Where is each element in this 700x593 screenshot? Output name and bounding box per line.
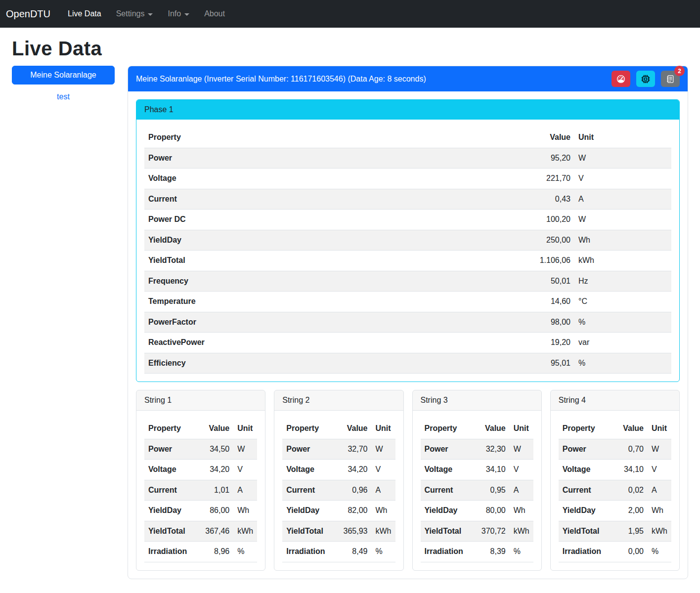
value-cell: 367,46 [191, 521, 233, 542]
unit-cell: W [233, 439, 257, 460]
unit-cell: °C [574, 292, 671, 312]
device-info-button[interactable] [636, 71, 655, 87]
nav-item-settings[interactable]: Settings [109, 5, 161, 22]
column-header: Value [467, 419, 510, 439]
value-cell: 2,00 [605, 501, 648, 521]
string-card-title: String 1 [136, 390, 265, 411]
property-cell: YieldTotal [144, 251, 530, 271]
nav-item-live-data[interactable]: Live Data [60, 5, 109, 22]
inverter-link-test[interactable]: test [12, 92, 115, 101]
value-cell: 34,20 [329, 460, 371, 480]
panel-action-buttons: 2 [612, 71, 680, 87]
unit-cell: % [574, 312, 671, 333]
property-cell: Power [282, 439, 329, 460]
table-row: Current1,01A [144, 480, 257, 501]
table-row: YieldTotal370,72kWh [421, 521, 533, 542]
limit-settings-button[interactable] [612, 71, 630, 87]
value-cell: 34,50 [191, 439, 233, 460]
column-header: Property [282, 419, 329, 439]
unit-cell: % [648, 542, 671, 562]
caret-down-icon [184, 13, 189, 16]
column-header: Unit [574, 127, 671, 148]
strings-row: String 1 PropertyValueUnit Power34,50WVo… [136, 390, 680, 571]
table-header-row: PropertyValueUnit [144, 127, 671, 148]
nav-item-about[interactable]: About [197, 5, 232, 22]
unit-cell: V [648, 460, 671, 480]
value-cell: 50,01 [530, 271, 574, 292]
unit-cell: var [574, 333, 671, 353]
value-cell: 80,00 [467, 501, 510, 521]
property-cell: Temperature [144, 292, 530, 312]
unit-cell: V [372, 460, 395, 480]
string-table-2: PropertyValueUnit Power32,70WVoltage34,2… [282, 419, 395, 562]
event-count-badge: 2 [674, 66, 685, 76]
string-card-1: String 1 PropertyValueUnit Power34,50WVo… [136, 390, 265, 571]
property-cell: Irradiation [282, 542, 329, 562]
unit-cell: V [233, 460, 257, 480]
table-row: Power32,30W [421, 439, 533, 460]
brand-logo[interactable]: OpenDTU [6, 6, 50, 22]
inverter-panel: Meine Solaranlage (Inverter Serial Numbe… [128, 66, 688, 579]
inverter-panel-title: Meine Solaranlage (Inverter Serial Numbe… [136, 75, 426, 84]
table-row: PowerFactor98,00% [144, 312, 671, 333]
value-cell: 370,72 [467, 521, 510, 542]
string-card-title: String 3 [413, 390, 541, 411]
unit-cell: W [510, 439, 533, 460]
property-cell: Irradiation [559, 542, 605, 562]
table-row: YieldDay2,00Wh [559, 501, 671, 521]
property-cell: Efficiency [144, 353, 530, 374]
property-cell: Current [282, 480, 329, 501]
table-row: Irradiation8,96% [144, 542, 257, 562]
nav-item-info-label: Info [168, 9, 181, 18]
table-row: YieldDay82,00Wh [282, 501, 395, 521]
unit-cell: A [574, 189, 671, 210]
unit-cell: % [510, 542, 533, 562]
unit-cell: kWh [510, 521, 533, 542]
unit-cell: Wh [372, 501, 395, 521]
column-header: Value [191, 419, 233, 439]
table-row: Current0,43A [144, 189, 671, 210]
unit-cell: Wh [233, 501, 257, 521]
column-header: Property [559, 419, 605, 439]
column-header: Unit [233, 419, 257, 439]
value-cell: 32,70 [329, 439, 371, 460]
cpu-icon [641, 75, 650, 84]
property-cell: Irradiation [421, 542, 467, 562]
property-cell: Voltage [559, 460, 605, 480]
column-header: Unit [510, 419, 533, 439]
table-row: Voltage34,20V [282, 460, 395, 480]
speedometer-icon [616, 75, 625, 84]
table-header-row: PropertyValueUnit [282, 419, 395, 439]
property-cell: Power [144, 439, 191, 460]
property-cell: YieldDay [421, 501, 467, 521]
navbar: OpenDTU Live Data Settings Info About [0, 0, 700, 28]
property-cell: Current [421, 480, 467, 501]
value-cell: 0,43 [530, 189, 574, 210]
inverter-sidebar: Meine Solaranlage test [12, 66, 115, 101]
unit-cell: W [574, 148, 671, 169]
unit-cell: % [372, 542, 395, 562]
property-cell: PowerFactor [144, 312, 530, 333]
value-cell: 1,95 [605, 521, 648, 542]
value-cell: 0,02 [605, 480, 648, 501]
inverter-button-selected[interactable]: Meine Solaranlage [12, 66, 115, 85]
table-row: YieldTotal367,46kWh [144, 521, 257, 542]
unit-cell: A [648, 480, 671, 501]
value-cell: 0,70 [605, 439, 648, 460]
unit-cell: W [648, 439, 671, 460]
event-log-button[interactable]: 2 [661, 71, 680, 87]
unit-cell: Wh [648, 501, 671, 521]
caret-down-icon [148, 13, 153, 16]
property-cell: Frequency [144, 271, 530, 292]
value-cell: 95,20 [530, 148, 574, 169]
table-row: Power32,70W [282, 439, 395, 460]
nav-item-info[interactable]: Info [160, 5, 197, 22]
column-header: Unit [648, 419, 671, 439]
property-cell: YieldDay [144, 230, 530, 251]
column-header: Property [144, 419, 191, 439]
value-cell: 365,93 [329, 521, 371, 542]
value-cell: 250,00 [530, 230, 574, 251]
table-row: Temperature14,60°C [144, 292, 671, 312]
phase-table: PropertyValueUnit Power95,20WVoltage221,… [144, 127, 671, 374]
value-cell: 8,96 [191, 542, 233, 562]
